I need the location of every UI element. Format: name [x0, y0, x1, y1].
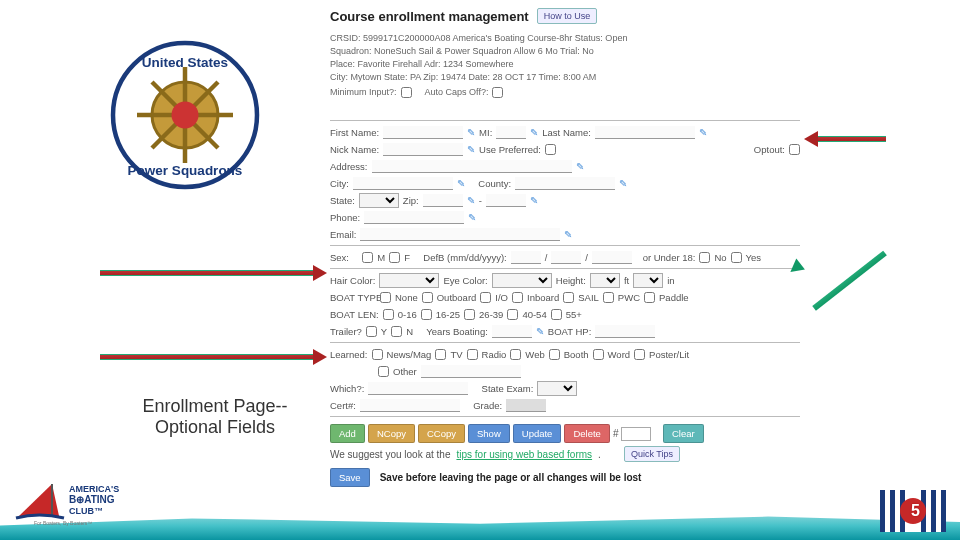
eye-select[interactable]	[492, 273, 552, 288]
delete-button[interactable]: Delete	[564, 424, 609, 443]
arrow-annotation	[816, 136, 886, 142]
save-button[interactable]: Save	[330, 468, 370, 487]
min-input-checkbox[interactable]	[401, 87, 412, 98]
row-number-input[interactable]	[621, 427, 651, 441]
dob-yyyy-input[interactable]	[592, 251, 632, 264]
bl-4[interactable]	[507, 309, 518, 320]
bt-paddle[interactable]	[644, 292, 655, 303]
autocaps-label: Auto Caps Off?:	[425, 86, 489, 99]
min-input-label: Minimum Input?:	[330, 86, 397, 99]
zip1-input[interactable]	[423, 194, 463, 207]
autocaps-checkbox[interactable]	[492, 87, 503, 98]
address-input[interactable]	[372, 160, 572, 173]
county-input[interactable]	[515, 177, 615, 190]
hp-input[interactable]	[595, 325, 655, 338]
ln-word[interactable]	[593, 349, 604, 360]
svg-point-6	[172, 102, 199, 129]
ln-web[interactable]	[510, 349, 521, 360]
pencil-icon: ✎	[467, 144, 475, 155]
optout-checkbox[interactable]	[789, 144, 800, 155]
trailer-n[interactable]	[391, 326, 402, 337]
svg-rect-20	[931, 490, 936, 532]
mi-label: MI:	[479, 127, 492, 138]
svg-text:United States: United States	[142, 55, 228, 70]
bt-io[interactable]	[480, 292, 491, 303]
zip2-input[interactable]	[486, 194, 526, 207]
height-ft-select[interactable]	[590, 273, 620, 288]
update-button[interactable]: Update	[513, 424, 562, 443]
trailer-y[interactable]	[366, 326, 377, 337]
pencil-icon: ✎	[619, 178, 627, 189]
last-name-input[interactable]	[595, 126, 695, 139]
bl-3[interactable]	[464, 309, 475, 320]
under18-yes-checkbox[interactable]	[731, 252, 742, 263]
bl-5[interactable]	[551, 309, 562, 320]
svg-text:For Boaters, By Boaters™: For Boaters, By Boaters™	[34, 520, 92, 526]
ln-news[interactable]	[372, 349, 383, 360]
ln-l: Poster/Lit	[649, 349, 689, 360]
ln-poster[interactable]	[634, 349, 645, 360]
cert-input[interactable]	[360, 399, 460, 412]
sex-f-checkbox[interactable]	[389, 252, 400, 263]
bt-outboard[interactable]	[422, 292, 433, 303]
height-in-select[interactable]	[633, 273, 663, 288]
info-line: Place: Favorite Firehall Adr: 1234 Somew…	[330, 58, 780, 71]
state-select[interactable]	[359, 193, 399, 208]
under18-no-checkbox[interactable]	[699, 252, 710, 263]
sex-m-checkbox[interactable]	[362, 252, 373, 263]
show-button[interactable]: Show	[468, 424, 510, 443]
arrow-head-icon	[804, 131, 818, 147]
ln-l: TV	[450, 349, 462, 360]
other-input[interactable]	[421, 365, 521, 378]
under18-label: or Under 18:	[643, 252, 696, 263]
bl-l: 26-39	[479, 309, 503, 320]
quick-tips-button[interactable]: Quick Tips	[624, 446, 680, 462]
hair-select[interactable]	[379, 273, 439, 288]
pencil-icon: ✎	[467, 127, 475, 138]
defb-label: DefB (mm/dd/yyyy):	[423, 252, 506, 263]
ncopy-button[interactable]: NCopy	[368, 424, 415, 443]
email-input[interactable]	[360, 228, 560, 241]
use-preferred-checkbox[interactable]	[545, 144, 556, 155]
years-input[interactable]	[492, 325, 532, 338]
how-to-use-button[interactable]: How to Use	[537, 8, 598, 24]
ln-other[interactable]	[378, 366, 389, 377]
bt-sail[interactable]	[563, 292, 574, 303]
address-label: Address:	[330, 161, 368, 172]
mi-input[interactable]	[496, 126, 526, 139]
ln-l: Other	[393, 366, 417, 377]
first-name-input[interactable]	[383, 126, 463, 139]
ccopy-button[interactable]: CCopy	[418, 424, 465, 443]
suggest-text-a: We suggest you look at the	[330, 449, 450, 460]
info-line: Squadron: NoneSuch Sail & Power Squadron…	[330, 45, 780, 58]
ln-booth[interactable]	[549, 349, 560, 360]
eye-label: Eye Color:	[443, 275, 487, 286]
ln-tv[interactable]	[435, 349, 446, 360]
enrollment-form: First Name: ✎ MI: ✎ Last Name: ✎ Nick Na…	[330, 117, 800, 420]
clear-button[interactable]: Clear	[663, 424, 704, 443]
grade-input[interactable]	[506, 399, 546, 412]
learned-label: Learned:	[330, 349, 368, 360]
ln-radio[interactable]	[467, 349, 478, 360]
dob-mm-input[interactable]	[511, 251, 541, 264]
bl-2[interactable]	[421, 309, 432, 320]
ln-l: Web	[525, 349, 544, 360]
bl-l: 55+	[566, 309, 582, 320]
pencil-icon: ✎	[536, 326, 544, 337]
city-input[interactable]	[353, 177, 453, 190]
phone-input[interactable]	[364, 211, 464, 224]
bt-inboard[interactable]	[512, 292, 523, 303]
add-button[interactable]: Add	[330, 424, 365, 443]
stateexam-select[interactable]	[537, 381, 577, 396]
which-input[interactable]	[368, 382, 468, 395]
bt-l: SAIL	[578, 292, 599, 303]
bt-l: None	[395, 292, 418, 303]
nick-name-input[interactable]	[383, 143, 463, 156]
bt-pwc[interactable]	[603, 292, 614, 303]
bt-l: PWC	[618, 292, 640, 303]
bt-none[interactable]	[380, 292, 391, 303]
tips-link[interactable]: tips for using web based forms	[456, 449, 592, 460]
bt-l: Inboard	[527, 292, 559, 303]
bl-1[interactable]	[383, 309, 394, 320]
dob-dd-input[interactable]	[551, 251, 581, 264]
